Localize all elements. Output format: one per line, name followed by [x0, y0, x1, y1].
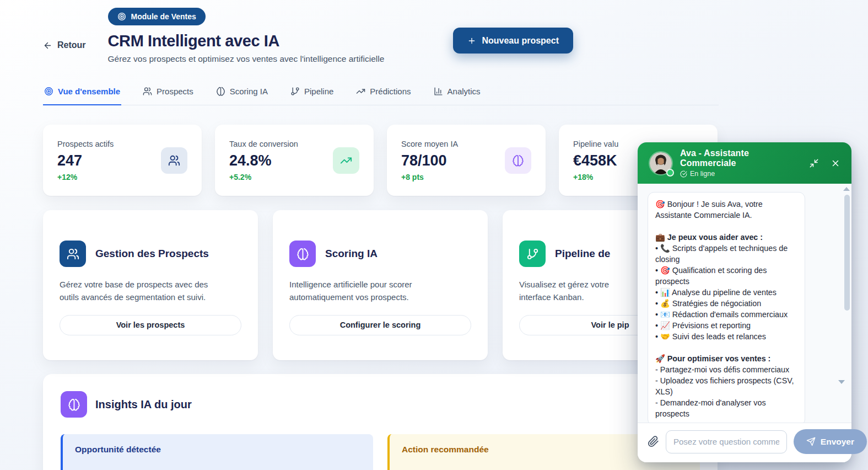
send-button[interactable]: Envoyer: [794, 429, 867, 454]
tab[interactable]: Prédictions: [355, 81, 412, 105]
close-chat-button[interactable]: [831, 158, 840, 168]
message-line: - Uploadez vos fichiers prospects (CSV, …: [655, 375, 797, 397]
chat-actions: [809, 158, 840, 168]
tab-icon: [434, 87, 443, 96]
arrow-left-icon: [43, 41, 52, 50]
feature-action-button[interactable]: Voir les prospects: [60, 315, 241, 335]
stat-info: Score moyen IA 78/100 +8 pts: [401, 140, 458, 181]
message-line: • 📊 Analyse du pipeline de ventes: [655, 287, 797, 298]
message-line: • 🎯 Qualification et scoring des prospec…: [655, 265, 797, 287]
assistant-message: 🎯 Bonjour ! Je suis Ava, votre Assistant…: [648, 192, 805, 423]
stat-icon: [340, 154, 352, 167]
chat-scrollbar-thumb[interactable]: [844, 195, 850, 311]
insight-list: Opportunité détectée Action recommandée: [61, 434, 700, 470]
tab-label: Prospects: [157, 87, 193, 96]
tab[interactable]: Vue d'ensemble: [43, 81, 121, 105]
feature-title: Pipeline de: [555, 248, 610, 260]
brain-icon: [68, 398, 80, 411]
page-title: CRM Intelligent avec IA: [108, 32, 454, 50]
header-main: Module de Ventes CRM Intelligent avec IA…: [108, 8, 454, 64]
tab[interactable]: Pipeline: [289, 81, 335, 105]
feature-head: Gestion des Prospects: [60, 241, 241, 267]
message-line: - Demandez-moi d'analyser vos prospects: [655, 397, 797, 419]
stat-info: Pipeline valu €458K +18%: [573, 140, 618, 181]
tab-label: Analytics: [448, 87, 481, 96]
stat-value: €458K: [573, 152, 618, 169]
send-icon: [806, 437, 816, 446]
tab-label: Prédictions: [370, 87, 411, 96]
insights-header: Insights IA du jour: [61, 391, 700, 418]
feature-icon-badge: [60, 241, 86, 267]
message-line: 💼 Je peux vous aider avec :: [655, 232, 797, 243]
module-badge: Module de Ventes: [108, 8, 206, 25]
stat-icon-badge: [505, 147, 531, 174]
assistant-name: Ava - Assistante Commerciale: [680, 148, 802, 168]
stat-label: Prospects actifs: [57, 140, 114, 148]
chat-input-bar: Envoyer: [638, 423, 851, 462]
tab-icon: [44, 87, 53, 96]
feature-description: Intelligence artificielle pour scoreraut…: [289, 278, 471, 304]
tab-label: Vue d'ensemble: [58, 87, 120, 96]
tab-icon: [216, 87, 225, 96]
stat-label: Pipeline valu: [573, 140, 618, 148]
message-line: • 📞 Scripts d'appels et techniques de cl…: [655, 243, 797, 265]
stat-info: Prospects actifs 247 +12%: [57, 140, 114, 181]
insights-icon-badge: [61, 391, 87, 418]
back-link[interactable]: Retour: [43, 40, 86, 50]
chat-message-area: 🎯 Bonjour ! Je suis Ava, votre Assistant…: [638, 184, 851, 423]
feature-icon: [67, 248, 79, 260]
stat-change: +5.2%: [229, 173, 298, 181]
status-label: En ligne: [690, 170, 715, 178]
feature-icon-badge: [519, 241, 546, 267]
scroll-up-arrow-icon[interactable]: [843, 187, 850, 191]
stat-card: Taux de conversion 24.8% +5.2%: [215, 125, 374, 196]
tab-bar: Vue d'ensemble Prospects Scoring IA Pipe…: [43, 81, 719, 105]
close-icon: [831, 158, 840, 168]
feature-title: Scoring IA: [325, 248, 378, 260]
stat-cards: Prospects actifs 247 +12% Taux de conver…: [43, 125, 722, 196]
feature-card: Gestion des Prospects Gérez votre base d…: [43, 210, 258, 360]
chat-header: Ava - Assistante Commerciale En ligne: [638, 142, 851, 184]
attach-file-button[interactable]: [648, 436, 659, 447]
assistant-avatar: [649, 151, 673, 175]
feature-icon-badge: [289, 241, 316, 267]
back-label: Retour: [57, 40, 86, 50]
stat-label: Taux de conversion: [229, 140, 298, 148]
chat-panel: Ava - Assistante Commerciale En ligne 🎯 …: [638, 142, 851, 462]
stat-value: 24.8%: [229, 152, 298, 169]
stat-info: Taux de conversion 24.8% +5.2%: [229, 140, 298, 181]
tab[interactable]: Prospects: [142, 81, 195, 105]
scroll-down-arrow-icon[interactable]: [838, 380, 845, 384]
stat-card: Prospects actifs 247 +12%: [43, 125, 202, 196]
paperclip-icon: [648, 436, 659, 447]
minimize-chat-button[interactable]: [809, 158, 819, 168]
chat-identity: Ava - Assistante Commerciale En ligne: [680, 148, 802, 178]
tab[interactable]: Scoring IA: [215, 81, 269, 105]
page-header: Retour Module de Ventes CRM Intelligent …: [43, 8, 722, 64]
tab[interactable]: Analytics: [433, 81, 482, 105]
plus-icon: [467, 36, 476, 45]
message-line: • 📧 Rédaction d'emails commerciaux: [655, 309, 797, 320]
chat-question-input[interactable]: [666, 430, 787, 453]
tab-label: Pipeline: [304, 87, 333, 96]
stat-value: 78/100: [401, 152, 458, 169]
message-line: [655, 221, 797, 232]
stat-card: Score moyen IA 78/100 +8 pts: [387, 125, 546, 196]
stat-change: +8 pts: [401, 173, 458, 181]
new-prospect-button[interactable]: Nouveau prospect: [453, 28, 573, 54]
target-icon: [117, 12, 126, 21]
stat-icon-badge: [333, 147, 359, 174]
message-line: • 📈 Prévisions et reporting: [655, 320, 797, 331]
chat-scrollbar[interactable]: [844, 187, 850, 419]
insights-section: Insights IA du jour Opportunité détectée…: [43, 374, 718, 470]
feature-action-button[interactable]: Configurer le scoring: [289, 315, 471, 335]
assistant-status: En ligne: [680, 170, 802, 178]
feature-cards: Gestion des Prospects Gérez votre base d…: [43, 210, 722, 360]
stat-change: +12%: [57, 173, 114, 181]
message-line: • 🤝 Suivi des leads et relances: [655, 331, 797, 342]
message-line: 🚀 Pour optimiser vos ventes :: [655, 353, 797, 364]
crm-dashboard-page: Retour Module de Ventes CRM Intelligent …: [0, 0, 722, 470]
stat-icon-badge: [161, 147, 187, 174]
message-line: - Partagez-moi vos défis commerciaux: [655, 364, 797, 375]
feature-head: Scoring IA: [289, 241, 471, 267]
